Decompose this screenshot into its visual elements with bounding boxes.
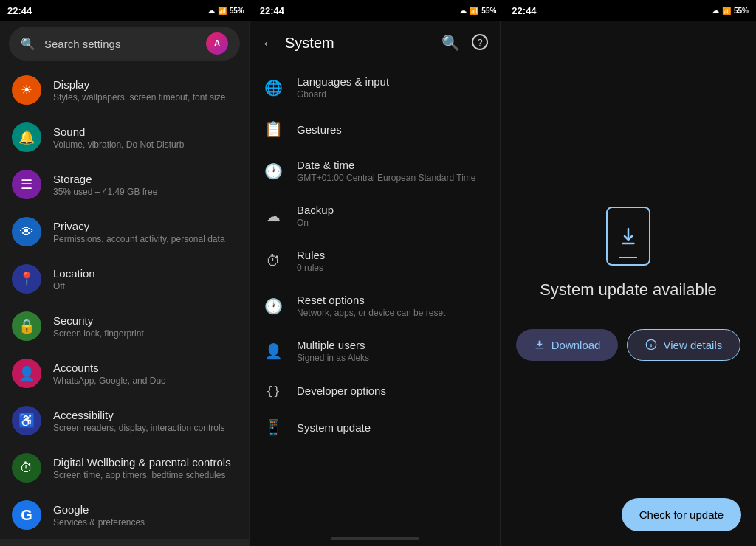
rules-icon: ⏱ <box>264 252 282 269</box>
time-right: 22:44 <box>512 5 536 16</box>
settings-item-security[interactable]: 🔒 Security Screen lock, fingerprint <box>0 303 249 350</box>
digitalwellbeing-subtitle: Screen time, app timers, bedtime schedul… <box>53 470 237 480</box>
security-icon: 🔒 <box>12 311 41 341</box>
settings-item-accounts[interactable]: 👤 Accounts WhatsApp, Google, and Duo <box>0 350 249 397</box>
datetime-subtitle: GMT+01:00 Central European Standard Time <box>297 173 475 183</box>
back-button[interactable]: ← <box>261 35 276 52</box>
download-label: Download <box>551 339 601 351</box>
privacy-subtitle: Permissions, account activity, personal … <box>53 234 237 244</box>
status-icons-left: ☁ 📶 55% <box>207 7 244 15</box>
languages-icon: 🌐 <box>264 79 282 97</box>
location-subtitle: Off <box>53 281 237 291</box>
datetime-title: Date & time <box>297 159 475 171</box>
accessibility-title: Accessibility <box>53 409 237 421</box>
cloud-icon-right: ☁ <box>712 7 719 15</box>
cloud-icon: ☁ <box>207 7 215 15</box>
display-icon: ☀ <box>12 75 41 105</box>
download-button[interactable]: Download <box>516 329 619 361</box>
menu-item-systemupdate[interactable]: 📱 System update <box>250 408 500 446</box>
digitalwellbeing-title: Digital Wellbeing & parental controls <box>53 456 237 469</box>
menu-item-rules[interactable]: ⏱ Rules 0 rules <box>250 238 500 283</box>
accessibility-icon: ♿ <box>12 406 41 435</box>
check-for-update-button[interactable]: Check for update <box>622 498 741 531</box>
settings-list: ☀ Display Styles, wallpapers, screen tim… <box>0 66 249 546</box>
status-panel-middle: 22:44 ☁ 📶 55% <box>252 0 505 21</box>
rules-title: Rules <box>297 249 325 261</box>
signal-icon-right: 📶 <box>722 7 731 15</box>
view-details-label: View details <box>663 339 722 351</box>
backup-title: Backup <box>297 204 334 216</box>
accounts-subtitle: WhatsApp, Google, and Duo <box>53 376 237 386</box>
systemupdate-title: System update <box>297 421 371 434</box>
menu-item-backup[interactable]: ☁ Backup On <box>250 193 500 238</box>
systemupdate-icon: 📱 <box>264 418 282 436</box>
location-icon: 📍 <box>12 264 41 294</box>
download-icon <box>534 339 546 350</box>
panel-title: System <box>285 35 433 52</box>
right-panel: System update available Download View de… <box>501 21 756 546</box>
menu-item-multipleusers[interactable]: 👤 Multiple users Signed in as Aleks <box>250 328 500 373</box>
help-header-icon[interactable]: ? <box>472 34 488 50</box>
backup-subtitle: On <box>297 218 334 228</box>
datetime-icon: 🕐 <box>264 162 282 180</box>
avatar[interactable]: A <box>206 32 228 55</box>
settings-item-digitalwellbeing[interactable]: ⏱ Digital Wellbeing & parental controls … <box>0 444 249 491</box>
search-input[interactable]: Search settings <box>44 38 197 50</box>
signal-icon: 📶 <box>218 7 227 15</box>
settings-item-system[interactable]: ⚙ System Languages, gestures, time, back… <box>0 539 249 546</box>
status-panel-right: 22:44 ☁ 📶 55% <box>504 0 756 21</box>
rules-subtitle: 0 rules <box>297 263 325 273</box>
status-panel-left: 22:44 ☁ 📶 55% <box>0 0 252 21</box>
display-title: Display <box>53 78 237 91</box>
status-bar: 22:44 ☁ 📶 55% 22:44 ☁ 📶 55% 22:44 ☁ 📶 55… <box>0 0 756 21</box>
settings-item-accessibility[interactable]: ♿ Accessibility Screen readers, display,… <box>0 397 249 444</box>
menu-item-reset[interactable]: 🕐 Reset options Network, apps, or device… <box>250 283 500 328</box>
menu-item-languages[interactable]: 🌐 Languages & input Gboard <box>250 65 500 110</box>
status-icons-middle: ☁ 📶 55% <box>459 7 496 15</box>
accounts-title: Accounts <box>53 362 237 374</box>
signal-icon-mid: 📶 <box>470 7 478 15</box>
settings-item-privacy[interactable]: 👁 Privacy Permissions, account activity,… <box>0 208 249 255</box>
panel-header: ← System 🔍 ? <box>250 21 500 65</box>
settings-item-display[interactable]: ☀ Display Styles, wallpapers, screen tim… <box>0 66 249 114</box>
storage-icon: ☰ <box>12 170 41 199</box>
middle-panel: ← System 🔍 ? 🌐 Languages & input Gboard … <box>250 21 501 546</box>
nav-indicator <box>331 537 419 540</box>
reset-icon: 🕐 <box>264 297 282 315</box>
digitalwellbeing-icon: ⏱ <box>12 453 41 483</box>
reset-title: Reset options <box>297 294 445 306</box>
settings-item-google[interactable]: G Google Services & preferences <box>0 491 249 539</box>
battery-right: 55% <box>734 7 749 15</box>
languages-subtitle: Gboard <box>297 89 389 100</box>
menu-item-developer[interactable]: {} Developer options <box>250 373 500 408</box>
settings-item-location[interactable]: 📍 Location Off <box>0 255 249 303</box>
update-buttons: Download View details <box>516 329 741 361</box>
sound-subtitle: Volume, vibration, Do Not Disturb <box>53 139 237 150</box>
search-header-icon[interactable]: 🔍 <box>441 34 460 52</box>
status-icons-right: ☁ 📶 55% <box>712 7 749 15</box>
battery-middle: 55% <box>481 7 496 15</box>
cloud-icon-mid: ☁ <box>459 7 467 15</box>
battery-left: 55% <box>230 7 244 15</box>
languages-title: Languages & input <box>297 75 389 88</box>
view-details-button[interactable]: View details <box>627 329 740 361</box>
google-subtitle: Services & preferences <box>53 517 237 528</box>
search-bar[interactable]: 🔍 Search settings A <box>9 27 240 61</box>
search-icon: 🔍 <box>21 37 35 51</box>
reset-subtitle: Network, apps, or device can be reset <box>297 308 445 318</box>
security-subtitle: Screen lock, fingerprint <box>53 328 237 339</box>
accounts-icon: 👤 <box>12 359 41 388</box>
privacy-title: Privacy <box>53 220 237 232</box>
menu-item-gestures[interactable]: 📋 Gestures <box>250 110 500 148</box>
gestures-icon: 📋 <box>264 120 282 138</box>
time-middle: 22:44 <box>260 5 284 16</box>
gestures-title: Gestures <box>297 123 342 136</box>
location-title: Location <box>53 267 237 280</box>
multipleusers-title: Multiple users <box>297 339 369 351</box>
menu-item-datetime[interactable]: 🕐 Date & time GMT+01:00 Central European… <box>250 148 500 193</box>
accessibility-subtitle: Screen readers, display, interaction con… <box>53 423 237 433</box>
google-icon: G <box>12 500 41 530</box>
backup-icon: ☁ <box>264 207 282 225</box>
settings-item-sound[interactable]: 🔔 Sound Volume, vibration, Do Not Distur… <box>0 114 249 161</box>
settings-item-storage[interactable]: ☰ Storage 35% used – 41.49 GB free <box>0 161 249 208</box>
